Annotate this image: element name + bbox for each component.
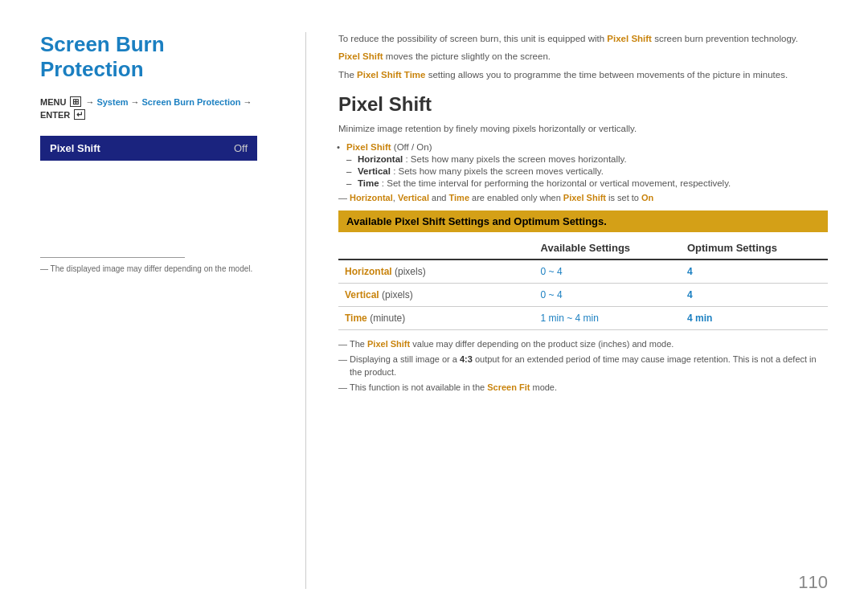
optimum-value: 4 [687, 289, 693, 300]
sub-time-label: Time [358, 178, 379, 188]
sub-vertical-label: Vertical [358, 166, 391, 176]
intro2-end: moves the picture slightly on the screen… [386, 51, 551, 61]
enter-label: ENTER [40, 110, 70, 120]
table-body: Horizontal (pixels)0 ~ 44Vertical (pixel… [338, 260, 828, 330]
available-value: 0 ~ 4 [541, 266, 563, 277]
left-footnote: The displayed image may differ depending… [40, 264, 257, 273]
arrow2: → [131, 97, 140, 107]
bullet1-options: (Off / On) [394, 142, 432, 152]
sub-bullet-list: Horizontal : Sets how many pixels the sc… [358, 154, 828, 188]
intro3-start: The [338, 70, 354, 80]
note-on: On [641, 193, 653, 202]
note3-bold: Screen Fit [487, 382, 530, 392]
intro1-end: screen burn prevention technology. [654, 34, 798, 43]
enabled-note: Horizontal, Vertical and Time are enable… [338, 193, 828, 202]
pixel-shift-time-ref: Pixel Shift Time [357, 70, 425, 80]
row-label-cell: Vertical (pixels) [338, 284, 534, 307]
intro3-end: setting allows you to programme the time… [428, 70, 788, 80]
bottom-note-3: This function is not available in the Sc… [338, 382, 828, 394]
row-label: Horizontal [345, 266, 392, 277]
page-number: 110 [798, 572, 828, 593]
pixel-shift-menu-item[interactable]: Pixel Shift Off [40, 136, 257, 161]
pixel-shift-section-title: Pixel Shift [338, 93, 828, 116]
sub-item-vertical: Vertical : Sets how many pixels the scre… [358, 166, 828, 176]
pixel-shift-item-value: Off [234, 142, 248, 154]
col-header-available: Available Settings [534, 237, 681, 260]
bottom-note-2: Displaying a still image or a 4:3 output… [338, 353, 828, 378]
optimum-value: 4 min [687, 313, 712, 324]
menu-icon: ⊞ [70, 96, 81, 107]
system-label: System [96, 97, 128, 107]
note-time: Time [449, 193, 469, 202]
menu-label: MENU [40, 97, 66, 107]
bottom-notes: The Pixel Shift value may differ dependi… [338, 338, 828, 394]
sub-horizontal-text: : Sets how many pixels the screen moves … [405, 154, 626, 164]
right-column: To reduce the possibility of screen burn… [330, 32, 828, 589]
row-label-cell: Time (minute) [338, 307, 534, 330]
left-divider [40, 257, 185, 258]
pixel-shift-ref-1: Pixel Shift [607, 34, 652, 43]
intro-paragraph-1: To reduce the possibility of screen burn… [338, 32, 828, 46]
table-row: Horizontal (pixels)0 ~ 44 [338, 260, 828, 284]
pixel-shift-item-label: Pixel Shift [50, 142, 100, 154]
section-description: Minimize image retention by finely movin… [338, 122, 828, 136]
settings-table: Available Settings Optimum Settings Hori… [338, 237, 828, 330]
row-unit: (pixels) [382, 289, 413, 300]
row-unit: (pixels) [395, 266, 426, 277]
intro1-text: To reduce the possibility of screen burn… [338, 34, 604, 43]
note-and: and [432, 193, 448, 202]
row-label: Vertical [345, 289, 379, 300]
feature-bullet-list: Pixel Shift (Off / On) Horizontal : Sets… [346, 142, 828, 188]
bottom-note-1: The Pixel Shift value may differ dependi… [338, 338, 828, 350]
sub-time-text: : Set the time interval for performing t… [382, 178, 731, 188]
screen-burn-label: Screen Burn Protection [142, 97, 241, 107]
col-header-optimum: Optimum Settings [681, 237, 828, 260]
available-value-cell: 0 ~ 4 [534, 284, 681, 307]
available-value-cell: 0 ~ 4 [534, 260, 681, 284]
sub-vertical-text: : Sets how many pixels the screen moves … [393, 166, 604, 176]
available-value: 0 ~ 4 [541, 289, 563, 300]
note1-bold: Pixel Shift [367, 339, 410, 349]
page-container: Screen Burn Protection MENU ⊞ → System →… [0, 0, 868, 613]
optimum-value-cell: 4 [681, 284, 828, 307]
intro-paragraph-3: The Pixel Shift Time setting allows you … [338, 68, 828, 82]
vertical-divider [305, 32, 306, 589]
sub-horizontal-label: Horizontal [358, 154, 403, 164]
arrow3: → [243, 97, 252, 107]
sub-item-horizontal: Horizontal : Sets how many pixels the sc… [358, 154, 828, 164]
table-header-row: Available Settings Optimum Settings [338, 237, 828, 260]
col-header-name [338, 237, 534, 260]
note-is-set: is set to [608, 193, 641, 202]
available-settings-box: Available Pixel Shift Settings and Optim… [338, 210, 828, 232]
note-pixel-shift: Pixel Shift [563, 193, 606, 202]
sub-item-time: Time : Set the time interval for perform… [358, 178, 828, 188]
pixel-shift-ref-2: Pixel Shift [338, 51, 383, 61]
page-title: Screen Burn Protection [40, 32, 257, 82]
note-enabled-text: are enabled only when [472, 193, 563, 202]
optimum-value: 4 [687, 266, 693, 277]
left-column: Screen Burn Protection MENU ⊞ → System →… [40, 32, 281, 589]
enter-icon: ↵ [74, 109, 85, 120]
table-row: Time (minute)1 min ~ 4 min4 min [338, 307, 828, 330]
menu-path: MENU ⊞ → System → Screen Burn Protection… [40, 96, 257, 120]
intro-paragraph-2: Pixel Shift moves the picture slightly o… [338, 50, 828, 63]
table-row: Vertical (pixels)0 ~ 44 [338, 284, 828, 307]
note-vertical: Vertical [398, 193, 429, 202]
available-value-cell: 1 min ~ 4 min [534, 307, 681, 330]
available-value: 1 min ~ 4 min [541, 313, 599, 324]
bullet-item-1: Pixel Shift (Off / On) Horizontal : Sets… [346, 142, 828, 188]
note-horizontal: Horizontal [350, 193, 393, 202]
optimum-value-cell: 4 [681, 260, 828, 284]
row-label: Time [345, 313, 367, 324]
optimum-value-cell: 4 min [681, 307, 828, 330]
note2-bold: 4:3 [460, 354, 473, 364]
row-label-cell: Horizontal (pixels) [338, 260, 534, 284]
arrow1: → [85, 97, 94, 107]
row-unit: (minute) [370, 313, 405, 324]
bullet1-label: Pixel Shift [346, 142, 391, 152]
